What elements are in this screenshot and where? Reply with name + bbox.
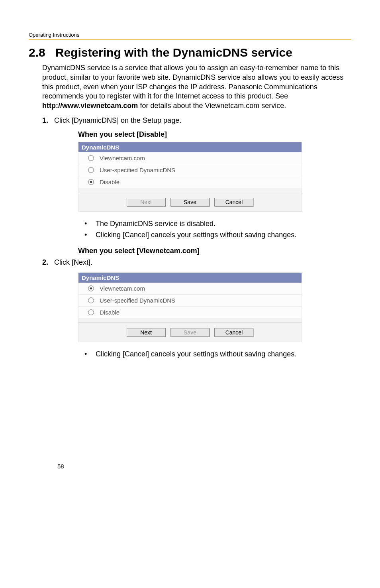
step-2: 2. Click [Next]. <box>42 258 351 267</box>
step-1: 1. Click [DynamicDNS] on the Setup page. <box>42 116 351 125</box>
option-disable[interactable]: Disable <box>78 307 302 318</box>
subhead-viewnetcam: When you select [Viewnetcam.com] <box>78 247 351 255</box>
step-2-text: Click [Next]. <box>54 258 351 267</box>
section-number: 2.8 <box>29 46 45 59</box>
option-user-specified[interactable]: User-specified DynamicDNS <box>78 295 302 307</box>
bullet-item: Clicking [Cancel] cancels your settings … <box>80 349 351 359</box>
button-row: Next Save Cancel <box>78 326 302 337</box>
button-row: Next Save Cancel <box>78 196 302 206</box>
panel-title: DynamicDNS <box>78 142 302 152</box>
bullets-disable: The DynamicDNS service is disabled. Clic… <box>80 219 351 240</box>
option-user-specified[interactable]: User-specified DynamicDNS <box>78 164 302 176</box>
radio-icon <box>88 155 94 161</box>
cancel-button[interactable]: Cancel <box>214 328 253 337</box>
radio-icon <box>88 285 94 291</box>
option-label: Viewnetcam.com <box>100 285 145 292</box>
option-label: User-specified DynamicDNS <box>100 167 175 173</box>
option-label: Disable <box>100 309 119 316</box>
radio-icon <box>88 297 94 303</box>
radio-icon <box>88 309 94 315</box>
option-label: Disable <box>100 179 119 185</box>
panel-title: DynamicDNS <box>78 273 302 283</box>
bullet-item: The DynamicDNS service is disabled. <box>80 219 351 228</box>
option-label: Viewnetcam.com <box>100 155 145 161</box>
option-viewnetcam[interactable]: Viewnetcam.com <box>78 152 302 164</box>
dynamicdns-panel-viewnetcam: DynamicDNS Viewnetcam.com User-specified… <box>78 272 302 342</box>
running-head: Operating Instructions <box>29 32 351 40</box>
cancel-button[interactable]: Cancel <box>214 198 253 206</box>
intro-url: http://www.viewnetcam.com <box>42 102 138 110</box>
save-button[interactable]: Save <box>170 198 210 206</box>
dynamicdns-panel-disable: DynamicDNS Viewnetcam.com User-specified… <box>78 142 302 212</box>
option-label: User-specified DynamicDNS <box>100 297 175 304</box>
next-button[interactable]: Next <box>127 328 166 337</box>
bullet-item: Clicking [Cancel] cancels your settings … <box>80 230 351 240</box>
step-1-number: 1. <box>42 116 54 125</box>
radio-icon <box>88 167 94 173</box>
save-button: Save <box>170 328 210 337</box>
radio-icon <box>88 179 94 185</box>
option-viewnetcam[interactable]: Viewnetcam.com <box>78 283 302 295</box>
step-1-text: Click [DynamicDNS] on the Setup page. <box>54 116 351 125</box>
intro-text-after: for details about the Viewnetcam.com ser… <box>138 102 286 110</box>
bullets-viewnetcam: Clicking [Cancel] cancels your settings … <box>80 349 351 359</box>
step-2-number: 2. <box>42 258 54 267</box>
option-disable[interactable]: Disable <box>78 176 302 188</box>
subhead-disable: When you select [Disable] <box>78 130 351 139</box>
section-title-text: Registering with the DynamicDNS service <box>55 46 292 59</box>
section-heading: 2.8 Registering with the DynamicDNS serv… <box>29 46 351 59</box>
next-button: Next <box>127 198 166 206</box>
page-number: 58 <box>57 463 64 470</box>
intro-paragraph: DynamicDNS service is a service that all… <box>42 63 351 111</box>
intro-text-before: DynamicDNS service is a service that all… <box>42 64 343 100</box>
